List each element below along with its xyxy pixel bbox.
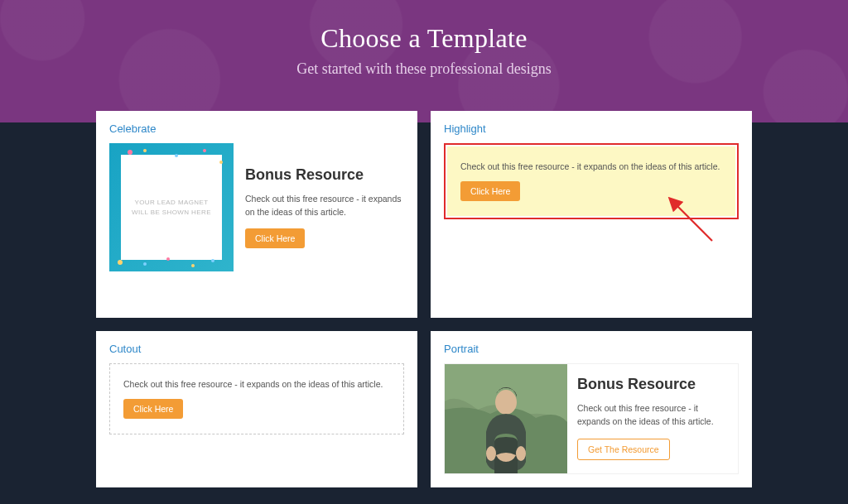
template-name: Cutout [109, 343, 404, 355]
hero-banner: Choose a Template Get started with these… [0, 0, 848, 122]
template-name: Celebrate [109, 122, 404, 135]
highlight-annotation-box: Check out this free resource - it expand… [444, 143, 739, 219]
svg-point-3 [486, 446, 496, 461]
celebrate-heading: Bonus Resource [245, 166, 404, 184]
template-card-portrait[interactable]: Portrait [431, 331, 752, 487]
page-subtitle: Get started with these professional desi… [0, 60, 848, 78]
svg-point-2 [495, 390, 517, 415]
celebrate-description: Check out this free resource - it expand… [245, 192, 404, 219]
highlight-cta-button[interactable]: Click Here [460, 181, 520, 201]
portrait-cta-button[interactable]: Get The Resource [577, 439, 670, 460]
cutout-description: Check out this free resource - it expand… [123, 379, 390, 389]
celebrate-preview-frame: YOUR LEAD MAGNET WILL BE SHOWN HERE [109, 143, 234, 271]
lead-magnet-placeholder: YOUR LEAD MAGNET WILL BE SHOWN HERE [121, 155, 222, 260]
svg-point-4 [516, 446, 526, 461]
portrait-description: Check out this free resource - it expand… [577, 401, 728, 429]
highlight-preview: Check out this free resource - it expand… [447, 146, 735, 216]
template-card-cutout[interactable]: Cutout Check out this free resource - it… [96, 331, 417, 487]
template-name: Portrait [444, 343, 739, 355]
cutout-cta-button[interactable]: Click Here [123, 399, 183, 419]
highlight-description: Check out this free resource - it expand… [460, 161, 722, 171]
page-title: Choose a Template [0, 23, 848, 54]
portrait-preview-image [445, 364, 567, 473]
template-card-highlight[interactable]: Highlight Check out this free resource -… [431, 111, 752, 318]
template-card-celebrate[interactable]: Celebrate YOUR LEAD MAGNET WILL BE SHOWN… [96, 111, 417, 318]
cutout-preview: Check out this free resource - it expand… [109, 363, 404, 434]
celebrate-cta-button[interactable]: Click Here [245, 228, 305, 248]
portrait-heading: Bonus Resource [577, 376, 728, 393]
template-name: Highlight [444, 122, 739, 135]
